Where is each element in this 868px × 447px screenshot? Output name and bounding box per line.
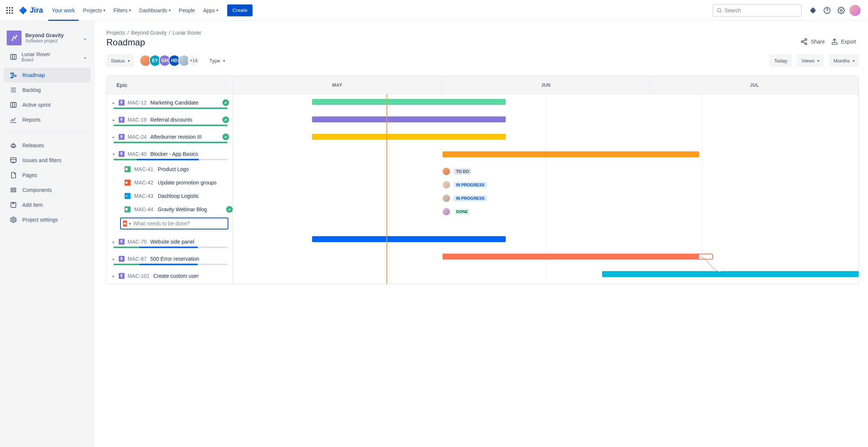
sidebar-item-label: Issues and filters xyxy=(22,157,61,163)
issue-type-picker[interactable] xyxy=(123,221,127,226)
issue-key[interactable]: MAC-40 xyxy=(128,151,147,157)
issue-key[interactable]: MAC-70 xyxy=(128,239,147,245)
notifications-icon[interactable] xyxy=(807,4,819,16)
issue-key[interactable]: MAC-19 xyxy=(128,117,147,123)
child-issue-row[interactable]: MAC-42Update promotion groups xyxy=(107,176,233,189)
sidebar-item-add-item[interactable]: Add item xyxy=(4,197,90,212)
chevron-right-icon[interactable]: ▸ xyxy=(110,118,116,122)
status-lozenge[interactable]: IN PROGRESS xyxy=(454,182,486,188)
sidebar-item-pages[interactable]: Pages xyxy=(4,168,90,183)
chevron-down-icon: ⌄ xyxy=(83,54,87,60)
issue-key[interactable]: MAC-87 xyxy=(128,256,147,262)
epic-timeline-bar[interactable] xyxy=(312,134,506,140)
nav-link-people[interactable]: People xyxy=(175,0,199,21)
issue-key[interactable]: MAC-43 xyxy=(134,193,153,199)
epic-column: Epic ▸MAC-12Marketing Candidate▸MAC-19Re… xyxy=(107,76,233,284)
sidebar-item-active-sprint[interactable]: Active sprint xyxy=(4,97,90,112)
sidebar-item-project-settings[interactable]: Project settings xyxy=(4,212,90,227)
settings-icon[interactable] xyxy=(835,4,847,16)
issue-key[interactable]: MAC-41 xyxy=(134,166,153,172)
sidebar-item-backlog[interactable]: Backlog xyxy=(4,83,90,97)
sidebar-item-issues-and-filters[interactable]: Issues and filters xyxy=(4,153,90,168)
timeline-month: MAY xyxy=(233,76,442,94)
epic-timeline-bar[interactable] xyxy=(443,151,699,157)
epic-progress-bar xyxy=(113,159,228,160)
timescale-button[interactable]: Months▾ xyxy=(829,54,859,67)
help-icon[interactable] xyxy=(821,4,833,16)
assignee-avatar[interactable] xyxy=(443,194,450,202)
chevron-right-icon[interactable]: ▸ xyxy=(110,274,116,278)
assignee-avatar[interactable] xyxy=(443,168,450,175)
new-issue-summary-input[interactable] xyxy=(133,221,225,226)
sidebar-item-components[interactable]: Components xyxy=(4,183,90,197)
assignee-filter-avatars[interactable]: EYGHHD+14 xyxy=(139,55,200,67)
type-filter[interactable]: Type ▾ xyxy=(205,54,229,67)
roadmap-container: Epic ▸MAC-12Marketing Candidate▸MAC-19Re… xyxy=(106,76,859,284)
issue-key[interactable]: MAC-12 xyxy=(128,100,147,106)
user-avatar[interactable] xyxy=(849,5,861,16)
svg-rect-20 xyxy=(12,75,16,76)
epic-timeline-bar[interactable] xyxy=(312,236,506,242)
issue-key[interactable]: MAC-24 xyxy=(128,134,147,140)
status-lozenge[interactable]: TO DO xyxy=(454,168,471,174)
chevron-right-icon[interactable]: ▸ xyxy=(110,101,116,105)
nav-link-projects[interactable]: Projects▾ xyxy=(79,0,109,21)
search-icon xyxy=(716,7,722,13)
board-switcher[interactable]: Lunar Rover Board ⌄ xyxy=(4,48,90,66)
child-issue-row[interactable]: MAC-44Gravity Webinar Blog xyxy=(107,203,233,216)
status-filter[interactable]: Status ▾ xyxy=(106,54,134,67)
avatar-more[interactable]: +14 xyxy=(188,55,200,67)
nav-link-your-work[interactable]: Your work xyxy=(48,0,79,21)
search-input[interactable] xyxy=(724,7,798,13)
chevron-right-icon[interactable]: ▸ xyxy=(110,240,116,244)
board-name: Lunar Rover xyxy=(22,51,50,57)
nav-link-filters[interactable]: Filters▾ xyxy=(110,0,135,21)
assignee-avatar[interactable] xyxy=(443,208,450,215)
timeline[interactable]: MAYJUNJUL TO DOIN PROGRESSIN PROGRESSDON… xyxy=(233,76,859,284)
issue-key[interactable]: MAC-42 xyxy=(134,180,153,186)
breadcrumb-link[interactable]: Projects xyxy=(106,30,125,36)
status-lozenge[interactable]: IN PROGRESS xyxy=(454,195,486,201)
child-issue-row[interactable]: MAC-43Dashloop Logistic xyxy=(107,189,233,203)
chevron-down-icon[interactable]: ▾ xyxy=(110,152,116,156)
breadcrumb-link[interactable]: Lunar Rover xyxy=(173,30,201,36)
epic-timeline-bar[interactable] xyxy=(602,271,859,277)
status-lozenge[interactable]: DONE xyxy=(454,209,470,215)
views-button[interactable]: Views▾ xyxy=(797,54,824,67)
jira-logo[interactable]: Jira xyxy=(19,6,43,15)
nav-link-apps[interactable]: Apps▾ xyxy=(199,0,222,21)
chevron-right-icon[interactable]: ▸ xyxy=(110,257,116,261)
issue-key[interactable]: MAC-101 xyxy=(128,273,150,279)
issue-summary: Update promotion groups xyxy=(158,180,216,186)
share-button[interactable]: Share xyxy=(797,36,827,48)
epic-row[interactable]: ▸MAC-101Create custom user xyxy=(107,267,233,284)
child-issue-row[interactable]: MAC-41Product Logo xyxy=(107,163,233,176)
assignee-avatar[interactable] xyxy=(443,181,450,189)
today-button[interactable]: Today xyxy=(769,54,792,67)
nav-link-dashboards[interactable]: Dashboards▾ xyxy=(135,0,174,21)
app-switcher-icon[interactable] xyxy=(4,4,16,16)
issue-summary: Dashloop Logistic xyxy=(158,193,199,199)
timeline-month: JUN xyxy=(442,76,650,94)
issue-summary: Marketing Candidate xyxy=(150,100,198,106)
epic-type-icon xyxy=(119,256,125,262)
breadcrumb-link[interactable]: Beyond Gravity xyxy=(131,30,167,36)
sidebar-item-label: Releases xyxy=(22,142,44,148)
create-issue-inline[interactable]: ▾ xyxy=(120,218,228,229)
epic-timeline-bar[interactable] xyxy=(312,99,506,105)
svg-point-9 xyxy=(717,8,721,12)
epic-timeline-bar[interactable] xyxy=(443,254,699,260)
issue-key[interactable]: MAC-44 xyxy=(134,206,153,212)
epic-timeline-bar[interactable] xyxy=(312,116,506,122)
export-button[interactable]: Export xyxy=(828,36,859,48)
search-input-wrap[interactable] xyxy=(713,4,802,17)
chevron-down-icon[interactable]: ▾ xyxy=(129,222,131,226)
sidebar-item-roadmap[interactable]: Roadmap xyxy=(4,68,90,83)
chevron-right-icon[interactable]: ▸ xyxy=(110,135,116,139)
project-switcher[interactable]: Beyond Gravity Software project ⌄ xyxy=(4,28,90,48)
svg-rect-6 xyxy=(6,12,8,14)
create-button[interactable]: Create xyxy=(227,4,253,16)
child-issue-status: IN PROGRESS xyxy=(443,194,486,202)
sidebar-item-reports[interactable]: Reports xyxy=(4,112,90,127)
sidebar-item-releases[interactable]: Releases xyxy=(4,138,90,153)
